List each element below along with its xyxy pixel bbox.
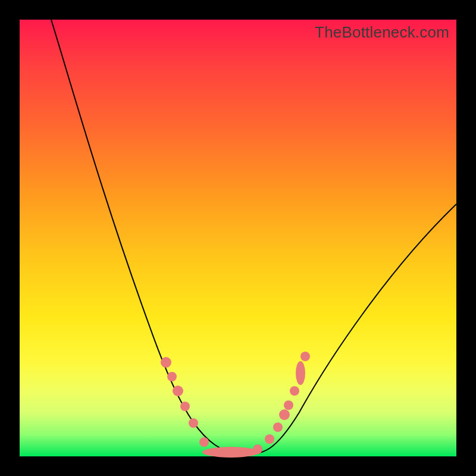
- curve-layer: [20, 20, 456, 456]
- svg-point-13: [296, 361, 305, 385]
- svg-point-6: [199, 437, 209, 447]
- svg-point-4: [189, 418, 198, 428]
- svg-point-1: [167, 372, 177, 381]
- svg-point-9: [273, 422, 283, 432]
- svg-point-11: [284, 400, 293, 410]
- highlighted-points: [161, 352, 310, 458]
- svg-point-8: [265, 434, 274, 444]
- svg-point-12: [290, 386, 299, 396]
- svg-point-10: [279, 409, 290, 420]
- chart-frame: TheBottleneck.com: [0, 0, 476, 476]
- svg-point-5: [202, 447, 259, 458]
- svg-point-2: [173, 386, 183, 396]
- bottleneck-curve: [51, 20, 456, 455]
- svg-point-14: [300, 352, 310, 361]
- svg-point-7: [253, 444, 262, 454]
- plot-area: TheBottleneck.com: [20, 20, 456, 456]
- svg-point-0: [161, 357, 171, 368]
- svg-point-3: [180, 402, 190, 411]
